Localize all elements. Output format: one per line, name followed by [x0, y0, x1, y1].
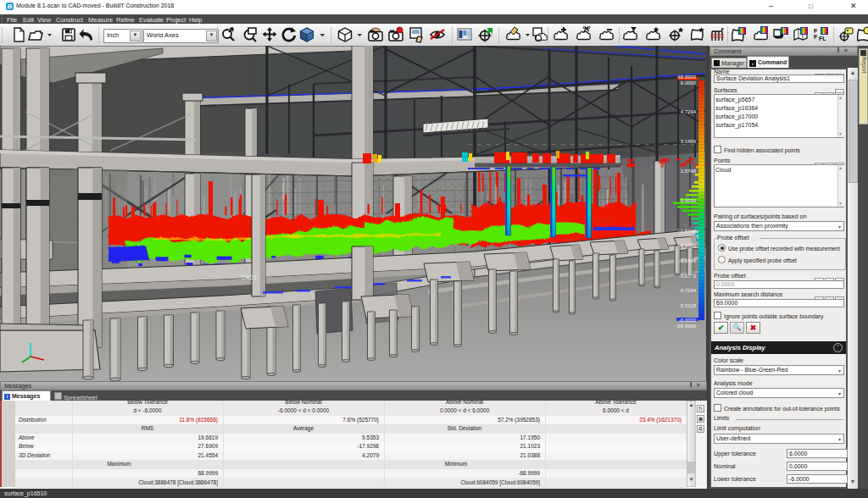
svg-text:-4.7244: -4.7244	[679, 288, 697, 293]
svg-text:CAD3: CAD3	[598, 218, 613, 224]
svg-text:6.0000: 6.0000	[681, 80, 697, 86]
svg-text:0.0000: 0.0000	[681, 198, 697, 203]
svg-text:-3.1496: -3.1496	[679, 258, 697, 263]
svg-text:-2.3622: -2.3622	[679, 243, 697, 248]
svg-text:4.7244: 4.7244	[681, 109, 697, 114]
svg-text:-5.5118: -5.5118	[679, 303, 697, 308]
svg-text:F: F	[814, 34, 818, 40]
svg-text:-1.5748: -1.5748	[679, 229, 697, 234]
svg-text:-68.9999: -68.9999	[676, 324, 696, 329]
svg-text:68.9999: 68.9999	[677, 75, 696, 80]
svg-text:F: F	[814, 28, 818, 34]
svg-text:3.1496: 3.1496	[681, 139, 697, 144]
svg-text:1.5748: 1.5748	[681, 169, 697, 174]
svg-text:CAD2: CAD2	[242, 274, 257, 280]
svg-text:-6.0000: -6.0000	[679, 318, 697, 323]
svg-text:FL: FL	[819, 36, 826, 42]
svg-text:-3.9370: -3.9370	[679, 274, 697, 279]
